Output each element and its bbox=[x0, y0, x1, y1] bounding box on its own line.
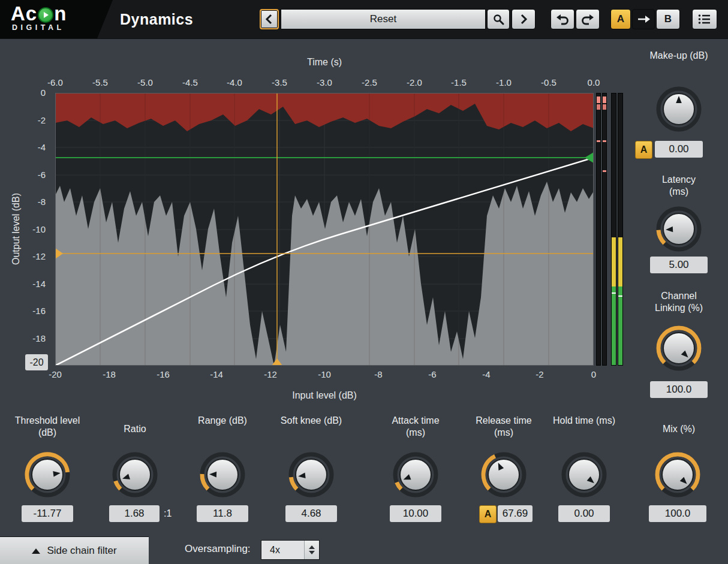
input-tick: -16 bbox=[157, 369, 170, 379]
ratio-value[interactable]: 1.68 bbox=[109, 505, 160, 522]
time-axis-title: Time (s) bbox=[264, 57, 384, 68]
input-tick: -10 bbox=[318, 369, 331, 379]
time-tick: -2.5 bbox=[362, 77, 377, 88]
time-tick: -5.0 bbox=[137, 77, 153, 88]
expand-up-icon bbox=[32, 548, 40, 554]
hold-value[interactable]: 0.00 bbox=[558, 505, 610, 522]
mix-label: Mix (%) bbox=[646, 423, 712, 435]
ab-copy-button[interactable] bbox=[632, 9, 655, 29]
input-tick: -2 bbox=[536, 369, 543, 379]
menu-list-icon bbox=[698, 14, 711, 25]
input-axis-title: Input level (dB) bbox=[264, 390, 384, 401]
output-axis-ticks: 0 -2 -4 -6 -8 -10 -12 -14 -16 -18 bbox=[18, 93, 49, 366]
release-knob[interactable] bbox=[480, 451, 528, 499]
time-tick: -4.5 bbox=[182, 77, 198, 88]
soft-knee-knob[interactable] bbox=[287, 451, 335, 499]
input-axis-ticks: -20 -18 -16 -14 -12 -10 -8 -6 -4 -2 0 bbox=[55, 369, 594, 381]
input-tick: -4 bbox=[482, 369, 490, 379]
channel-linking-knob[interactable] bbox=[655, 324, 703, 372]
acon-digital-logo: Ac n DIGITAL bbox=[0, 0, 113, 38]
time-tick: -2.0 bbox=[407, 77, 422, 88]
makeup-label: Make-up (dB) bbox=[649, 50, 709, 62]
makeup-ab-button[interactable]: A bbox=[635, 141, 652, 159]
time-tick: -6.0 bbox=[47, 77, 63, 88]
ratio-knob[interactable] bbox=[111, 451, 159, 499]
output-meter-right bbox=[618, 93, 623, 366]
input-tick: -12 bbox=[264, 369, 277, 379]
graph-canvas bbox=[55, 93, 594, 366]
chevron-right-icon bbox=[519, 14, 528, 25]
range-label: Range (dB) bbox=[189, 415, 255, 427]
output-tick: 0 bbox=[41, 88, 46, 98]
dynamics-plugin-window: Ac n DIGITAL Dynamics Reset bbox=[0, 0, 728, 564]
plugin-title: Dynamics bbox=[120, 0, 193, 38]
threshold-knob[interactable] bbox=[23, 451, 71, 499]
channel-linking-label: Channel Linking (%) bbox=[646, 290, 712, 315]
ab-compare-b-button[interactable]: B bbox=[656, 9, 680, 29]
hold-knob[interactable] bbox=[560, 451, 608, 499]
mix-knob[interactable] bbox=[654, 451, 702, 499]
latency-label: Latency (ms) bbox=[655, 174, 703, 198]
release-value[interactable]: 67.69 bbox=[498, 505, 533, 522]
output-tick: -12 bbox=[32, 251, 46, 261]
main-menu-button[interactable] bbox=[692, 9, 717, 29]
redo-icon bbox=[581, 13, 594, 26]
time-tick: -4.0 bbox=[227, 77, 242, 88]
latency-value[interactable]: 5.00 bbox=[650, 257, 708, 273]
time-tick: -3.5 bbox=[272, 77, 287, 88]
ratio-label: Ratio bbox=[102, 423, 168, 435]
makeup-value[interactable]: 0.00 bbox=[655, 141, 703, 158]
threshold-value[interactable]: -11.77 bbox=[22, 505, 73, 522]
gain-reduction-meter-right bbox=[602, 93, 607, 366]
hold-label: Hold time (ms) bbox=[551, 415, 617, 427]
latency-knob[interactable] bbox=[655, 205, 703, 253]
oversampling-value: 4x bbox=[261, 545, 304, 556]
preset-previous-button[interactable] bbox=[260, 9, 279, 29]
chevron-left-icon bbox=[265, 14, 273, 25]
time-tick: -1.5 bbox=[451, 77, 467, 88]
input-tick: -18 bbox=[103, 369, 116, 379]
output-tick: -14 bbox=[32, 279, 46, 289]
oversampling-label: Oversampling: bbox=[185, 543, 251, 555]
play-logo-icon bbox=[38, 7, 53, 23]
ratio-suffix: :1 bbox=[164, 505, 172, 522]
preset-search-button[interactable] bbox=[487, 9, 510, 29]
brand-name-part: Ac bbox=[11, 2, 37, 25]
input-tick: -6 bbox=[428, 369, 436, 379]
side-chain-filter-label: Side chain filter bbox=[47, 545, 116, 557]
soft-knee-value[interactable]: 4.68 bbox=[285, 505, 337, 522]
output-tick: -16 bbox=[32, 306, 46, 316]
undo-icon bbox=[556, 13, 569, 26]
time-axis-ticks: -6.0 -5.5 -5.0 -4.5 -4.0 -3.5 -3.0 -2.5 … bbox=[55, 77, 594, 89]
threshold-label: Threshold level (dB) bbox=[14, 415, 80, 439]
attack-value[interactable]: 10.00 bbox=[390, 505, 441, 522]
release-ab-button[interactable]: A bbox=[479, 505, 497, 523]
output-tick: -8 bbox=[38, 197, 46, 207]
ab-compare-a-button[interactable]: A bbox=[610, 9, 631, 29]
input-tick: -14 bbox=[210, 369, 223, 379]
time-tick: -1.0 bbox=[496, 77, 512, 88]
time-tick: -5.5 bbox=[92, 77, 108, 88]
side-chain-filter-button[interactable]: Side chain filter bbox=[0, 536, 149, 564]
soft-knee-label: Soft knee (dB) bbox=[278, 415, 344, 427]
output-tick: -4 bbox=[38, 142, 46, 152]
input-tick: -20 bbox=[49, 369, 62, 379]
attack-knob[interactable] bbox=[392, 451, 440, 499]
range-value[interactable]: 11.8 bbox=[197, 505, 248, 522]
release-label: Release time (ms) bbox=[471, 415, 537, 439]
input-tick: -8 bbox=[374, 369, 382, 379]
oversampling-dropdown[interactable]: 4x bbox=[261, 540, 320, 560]
spinner-arrows-icon[interactable] bbox=[304, 541, 319, 559]
output-meter-left bbox=[611, 93, 616, 366]
redo-button[interactable] bbox=[576, 9, 600, 29]
undo-button[interactable] bbox=[550, 9, 574, 29]
output-tick: -10 bbox=[32, 224, 46, 234]
makeup-knob[interactable] bbox=[655, 85, 703, 133]
channel-linking-value[interactable]: 100.0 bbox=[650, 381, 708, 398]
preset-next-button[interactable] bbox=[512, 9, 536, 29]
preset-selector[interactable]: Reset bbox=[281, 9, 486, 29]
dynamics-transfer-graph[interactable] bbox=[55, 93, 594, 366]
mix-value[interactable]: 100.0 bbox=[649, 505, 706, 522]
range-knob[interactable] bbox=[198, 451, 246, 499]
output-tick: -18 bbox=[32, 333, 46, 343]
